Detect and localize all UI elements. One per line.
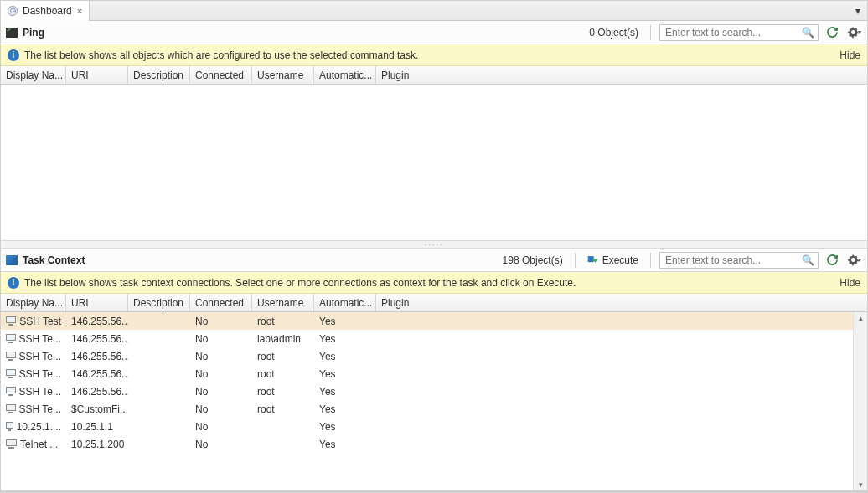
col-plugin[interactable]: Plugin bbox=[376, 66, 867, 84]
separator bbox=[650, 253, 651, 268]
connection-icon bbox=[6, 369, 16, 378]
refresh-button[interactable] bbox=[824, 252, 840, 269]
upper-pane-header: Ping 0 Object(s) 🔍 ▾ bbox=[1, 21, 867, 44]
table-cell: No bbox=[190, 421, 252, 433]
tab-bar: ◷ Dashboard × ▾ bbox=[1, 1, 867, 21]
chevron-down-icon: ▾ bbox=[858, 256, 861, 264]
connection-icon bbox=[6, 316, 16, 326]
table-row[interactable]: SSH Test146.255.56....NorootYes bbox=[1, 312, 853, 330]
dashboard-window: ◷ Dashboard × ▾ Ping 0 Object(s) 🔍 ▾ bbox=[0, 0, 868, 493]
lower-grid-body[interactable]: ▴ ▾ SSH Test146.255.56....NorootYesSSH T… bbox=[1, 312, 867, 490]
upper-object-count: 0 Object(s) bbox=[589, 27, 642, 39]
svg-rect-0 bbox=[587, 256, 593, 262]
info-icon: i bbox=[8, 277, 19, 289]
horizontal-splitter[interactable]: ····· bbox=[1, 240, 867, 249]
connection-icon bbox=[6, 334, 16, 343]
col-connected[interactable]: Connected bbox=[190, 294, 252, 311]
info-icon: i bbox=[8, 49, 19, 61]
upper-hide-link[interactable]: Hide bbox=[840, 49, 860, 61]
tab-menu-dropdown[interactable]: ▾ bbox=[849, 5, 867, 17]
col-connected[interactable]: Connected bbox=[190, 66, 252, 84]
execute-icon bbox=[587, 254, 599, 266]
table-cell: No bbox=[190, 368, 252, 380]
table-cell: 146.255.56.... bbox=[66, 351, 128, 362]
table-cell: 146.255.56.... bbox=[66, 368, 128, 380]
connection-icon bbox=[6, 404, 16, 413]
lower-info-text: The list below shows task context connec… bbox=[24, 277, 576, 289]
task-context-icon bbox=[6, 255, 18, 265]
table-cell: No bbox=[190, 333, 252, 345]
table-cell: 10.25.1.1 bbox=[66, 421, 128, 433]
execute-button[interactable]: Execute bbox=[584, 254, 642, 266]
table-cell: SSH Te... bbox=[1, 403, 66, 415]
connection-icon bbox=[6, 422, 13, 431]
col-username[interactable]: Username bbox=[252, 66, 314, 84]
col-display-name[interactable]: Display Na... bbox=[1, 294, 66, 311]
table-row[interactable]: SSH Te...146.255.56....Nolab\adminYes bbox=[1, 330, 853, 347]
settings-button[interactable]: ▾ bbox=[845, 24, 862, 41]
table-cell: 10.25.1.... bbox=[1, 421, 66, 433]
vertical-scrollbar[interactable]: ▴ ▾ bbox=[853, 312, 867, 490]
tab-dashboard[interactable]: ◷ Dashboard × bbox=[1, 1, 90, 21]
upper-info-text: The list below shows all objects which a… bbox=[24, 49, 418, 61]
col-plugin[interactable]: Plugin bbox=[376, 294, 867, 311]
upper-info-strip: i The list below shows all objects which… bbox=[1, 44, 867, 66]
scroll-down-arrow[interactable]: ▾ bbox=[859, 479, 863, 490]
settings-button[interactable]: ▾ bbox=[845, 252, 862, 269]
table-cell: 146.255.56.... bbox=[66, 333, 128, 345]
table-row[interactable]: Telnet ...10.25.1.200NoYes bbox=[1, 435, 853, 453]
col-username[interactable]: Username bbox=[252, 294, 314, 311]
command-task-icon bbox=[6, 28, 18, 38]
table-row[interactable]: SSH Te...146.255.56....NorootYes bbox=[1, 347, 853, 365]
refresh-button[interactable] bbox=[824, 24, 840, 41]
col-display-name[interactable]: Display Na... bbox=[1, 66, 66, 84]
close-icon[interactable]: × bbox=[77, 6, 82, 16]
table-cell: root bbox=[252, 403, 314, 415]
table-cell: Yes bbox=[314, 333, 376, 345]
col-automatic[interactable]: Automatic... bbox=[314, 66, 376, 84]
scroll-up-arrow[interactable]: ▴ bbox=[859, 312, 863, 324]
col-description[interactable]: Description bbox=[128, 294, 190, 311]
search-icon[interactable]: 🔍 bbox=[802, 27, 814, 39]
lower-search-box[interactable]: 🔍 bbox=[659, 252, 819, 269]
upper-pane-title: Ping bbox=[23, 27, 44, 39]
table-cell: root bbox=[252, 386, 314, 398]
refresh-icon bbox=[826, 254, 839, 266]
table-cell: lab\admin bbox=[252, 333, 314, 345]
table-row[interactable]: SSH Te...$CustomFi...NorootYes bbox=[1, 400, 853, 418]
table-cell: SSH Te... bbox=[1, 333, 66, 345]
table-cell: Yes bbox=[314, 351, 376, 362]
table-cell: No bbox=[190, 439, 252, 450]
chevron-down-icon: ▾ bbox=[858, 28, 861, 36]
upper-grid-body[interactable] bbox=[1, 85, 867, 240]
lower-column-headers: Display Na... URI Description Connected … bbox=[1, 294, 867, 312]
upper-search-box[interactable]: 🔍 bbox=[659, 24, 819, 41]
lower-search-input[interactable] bbox=[664, 254, 802, 267]
lower-pane-title: Task Context bbox=[23, 254, 85, 266]
table-row[interactable]: SSH Te...146.255.56....NorootYes bbox=[1, 383, 853, 400]
table-cell: Yes bbox=[314, 403, 376, 415]
table-cell: root bbox=[252, 316, 314, 327]
table-cell: root bbox=[252, 368, 314, 380]
lower-hide-link[interactable]: Hide bbox=[840, 277, 860, 289]
connection-icon bbox=[6, 352, 16, 361]
table-row[interactable]: SSH Te...146.255.56....NorootYes bbox=[1, 365, 853, 383]
separator bbox=[575, 253, 576, 268]
upper-search-input[interactable] bbox=[664, 26, 802, 39]
search-icon[interactable]: 🔍 bbox=[802, 254, 814, 266]
table-cell: No bbox=[190, 316, 252, 327]
table-cell: Yes bbox=[314, 316, 376, 327]
table-row[interactable]: 10.25.1....10.25.1.1NoYes bbox=[1, 418, 853, 435]
col-description[interactable]: Description bbox=[128, 66, 190, 84]
col-uri[interactable]: URI bbox=[66, 294, 128, 311]
col-uri[interactable]: URI bbox=[66, 66, 128, 84]
table-cell: Yes bbox=[314, 421, 376, 433]
table-cell: root bbox=[252, 351, 314, 362]
table-cell: 146.255.56.... bbox=[66, 386, 128, 398]
connection-icon bbox=[6, 439, 17, 449]
upper-column-headers: Display Na... URI Description Connected … bbox=[1, 66, 867, 85]
table-cell: No bbox=[190, 386, 252, 398]
col-automatic[interactable]: Automatic... bbox=[314, 294, 376, 311]
table-cell: Yes bbox=[314, 439, 376, 450]
table-cell: No bbox=[190, 351, 252, 362]
